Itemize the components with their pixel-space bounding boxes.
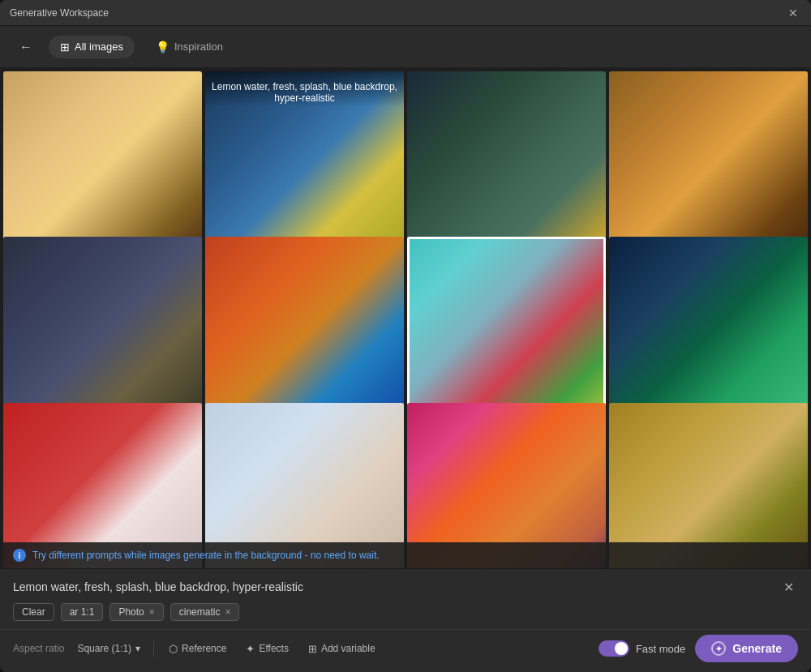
chevron-down-icon: ▾ — [135, 643, 140, 654]
reference-option[interactable]: ⬡ Reference — [161, 639, 234, 659]
info-banner: i Try different prompts while images gen… — [0, 542, 811, 568]
tag-photo-label: Photo — [118, 606, 144, 618]
close-window-button[interactable]: ✕ — [785, 5, 801, 21]
tab-all-images[interactable]: ⊞ All images — [49, 36, 135, 58]
aspect-ratio-value: Square (1:1) — [77, 643, 131, 654]
tab-inspiration[interactable]: 💡 Inspiration — [144, 36, 234, 58]
generative-workspace-window: Generative Workspace ✕ ← ⊞ All images 💡 … — [0, 0, 811, 672]
fast-mode-label: Fast mode — [636, 643, 685, 655]
effects-label: Effects — [259, 643, 288, 654]
divider-1 — [153, 640, 154, 657]
add-variable-icon: ⊞ — [308, 643, 317, 655]
prompt-text: Lemon water, fresh, splash, blue backdro… — [13, 580, 779, 593]
add-variable-option[interactable]: ⊞ Add variable — [300, 639, 384, 659]
close-panel-button[interactable]: ✕ — [779, 577, 798, 597]
bottom-panel: Lemon water, fresh, splash, blue backdro… — [0, 568, 811, 672]
tag-photo-close[interactable]: × — [149, 606, 155, 618]
tag-cinematic-label: cinematic — [179, 606, 221, 618]
tag-clear[interactable]: Clear — [13, 603, 54, 621]
tag-cinematic-close[interactable]: × — [225, 606, 230, 618]
toolbar: ← ⊞ All images 💡 Inspiration — [0, 26, 811, 68]
tag-cinematic[interactable]: cinematic × — [170, 603, 240, 621]
reference-icon: ⬡ — [169, 643, 178, 655]
window-title: Generative Workspace — [10, 7, 109, 19]
options-left: Aspect ratio Square (1:1) ▾ ⬡ Reference … — [13, 639, 384, 659]
use-settings-button[interactable]: Use settings — [261, 159, 349, 182]
options-right: Fast mode ✦ Generate — [599, 635, 798, 662]
grid-icon: ⊞ — [60, 41, 70, 54]
image-grid: Lemon water, fresh, splash, blue backdro… — [0, 68, 811, 568]
tags-row: Clear ar 1:1 Photo × cinematic × — [0, 603, 811, 629]
aspect-ratio-label: Aspect ratio — [13, 643, 64, 654]
content-area: Lemon water, fresh, splash, blue backdro… — [0, 68, 811, 568]
prompt-row: Lemon water, fresh, splash, blue backdro… — [0, 569, 811, 603]
lightbulb-icon: 💡 — [156, 41, 169, 54]
tab-all-images-label: All images — [75, 41, 123, 53]
options-row: Aspect ratio Square (1:1) ▾ ⬡ Reference … — [0, 629, 811, 672]
tag-ar-label: ar 1:1 — [70, 606, 95, 618]
effects-option[interactable]: ✦ Effects — [238, 639, 296, 659]
add-variable-label: Add variable — [321, 643, 375, 654]
generate-icon: ✦ — [711, 641, 726, 656]
aspect-ratio-select[interactable]: Square (1:1) ▾ — [71, 639, 147, 658]
tag-photo[interactable]: Photo × — [109, 603, 163, 621]
back-button[interactable]: ← — [13, 36, 39, 58]
tag-clear-label: Clear — [22, 606, 45, 618]
fast-mode-toggle[interactable]: Fast mode — [599, 640, 685, 657]
effects-icon: ✦ — [246, 643, 255, 655]
toggle-track[interactable] — [599, 640, 629, 657]
generate-label: Generate — [732, 642, 782, 655]
reference-label: Reference — [182, 643, 226, 654]
info-banner-text: Try different prompts while images gener… — [32, 550, 380, 561]
tab-inspiration-label: Inspiration — [174, 41, 223, 53]
generate-button[interactable]: ✦ Generate — [695, 635, 798, 662]
tag-ar[interactable]: ar 1:1 — [61, 603, 104, 621]
info-icon: i — [13, 549, 26, 562]
toggle-knob — [615, 642, 628, 655]
titlebar: Generative Workspace ✕ — [0, 0, 811, 26]
